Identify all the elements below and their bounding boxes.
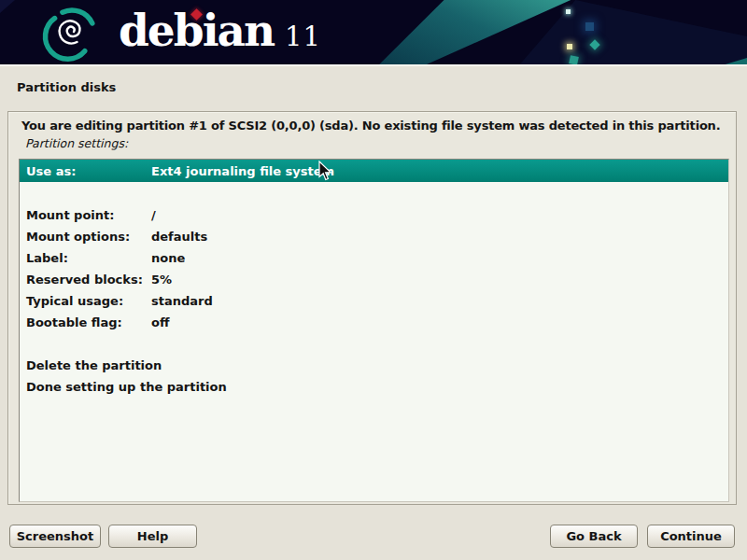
list-item[interactable]: Label: none — [20, 246, 728, 268]
list-item-label: Label: — [26, 250, 68, 264]
list-item-label: Delete the partition — [26, 357, 162, 371]
brand-version: 11 — [285, 7, 321, 65]
list-item-value: 5% — [151, 272, 172, 286]
brand-wordmark: debian 11 — [119, 2, 321, 62]
banner-navy-wedge — [518, 0, 747, 66]
list-item-label: Done setting up the partition — [26, 379, 227, 393]
list-item[interactable]: Bootable flag: off — [20, 311, 728, 332]
list-item-value: defaults — [151, 229, 207, 243]
edit-partition-message: You are editing partition #1 of SCSI2 (0… — [21, 119, 726, 133]
list-item-value: off — [151, 315, 169, 329]
page-title: Partition disks — [17, 80, 116, 94]
list-item-value: standard — [151, 293, 213, 307]
banner-spark-yellow — [567, 44, 572, 49]
list-item-value: / — [151, 207, 156, 221]
list-item[interactable]: Mount options: defaults — [20, 225, 728, 246]
list-item-value: Ext4 journaling file system — [151, 164, 334, 178]
list-item[interactable]: Mount point: / — [20, 203, 728, 225]
list-item[interactable]: Use as: Ext4 journaling file system — [20, 160, 728, 182]
list-item — [20, 332, 728, 354]
list-item-label: Mount options: — [26, 229, 130, 243]
partition-settings-list: Use as: Ext4 journaling file system Moun… — [19, 159, 729, 502]
list-item-label: Use as: — [26, 164, 76, 178]
list-item[interactable]: Done setting up the partition — [20, 375, 728, 397]
content-frame: You are editing partition #1 of SCSI2 (0… — [7, 111, 737, 505]
list-item-value: none — [151, 250, 185, 264]
list-item[interactable]: Delete the partition — [20, 354, 728, 375]
list-item-label: Reserved blocks: — [26, 272, 143, 286]
partition-settings-caption: Partition settings: — [25, 136, 128, 150]
screenshot-button[interactable]: Screenshot — [9, 525, 101, 548]
list-item[interactable]: Typical usage: standard — [20, 289, 728, 311]
list-item — [20, 182, 728, 203]
list-item-label: Mount point: — [26, 207, 114, 221]
list-item[interactable]: Reserved blocks: 5% — [20, 268, 728, 289]
list-item-label: Typical usage: — [26, 293, 123, 307]
banner-spark-teal-square — [569, 55, 579, 65]
mouse-cursor-icon — [318, 161, 332, 181]
list-item-label: Bootable flag: — [26, 315, 122, 329]
help-button[interactable]: Help — [108, 525, 197, 548]
debian-swirl-logo-icon — [41, 4, 106, 63]
installer-banner: debian 11 — [0, 0, 747, 66]
banner-corner-triangle — [0, 0, 15, 13]
continue-button[interactable]: Continue — [647, 525, 735, 548]
go-back-button[interactable]: Go Back — [550, 525, 638, 548]
banner-spark-blue — [585, 22, 594, 31]
banner-spark-cyan — [566, 9, 571, 14]
